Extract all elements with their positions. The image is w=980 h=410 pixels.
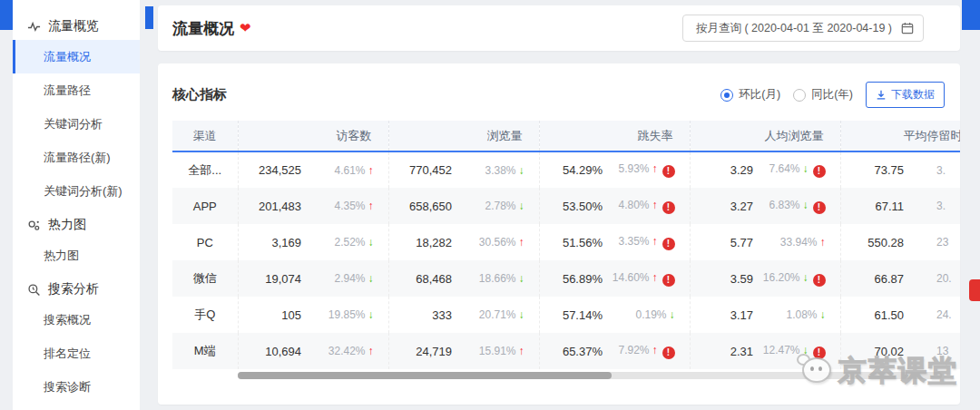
value-cell: 105 [238,297,310,333]
change-percent: 33.94% [780,236,818,249]
metric-column-header: 浏览量 [388,121,539,151]
blue-sliver-block [145,6,153,29]
change-percent: 3.38% [485,164,515,177]
panel-head: 核心指标 环比(月) 同比(年) 下载数据 [158,63,960,108]
sidebar-item[interactable]: 关键词分析(新) [13,174,140,208]
warning-icon: ! [813,347,826,359]
metrics-table: 渠道 访客数浏览量跳失率人均浏览量平均停留时长 全部...234,5254.61… [172,121,960,369]
blue-corner-block-right [962,0,980,30]
date-range-label: 按月查询 ( 2020-04-01 至 2020-04-19 ) [696,21,892,36]
heatmap-icon [27,219,41,232]
sidebar-item[interactable]: 搜索概况 [13,303,140,337]
metric-column-header: 平均停留时长 [840,121,960,151]
table-header-row: 渠道 访客数浏览量跳失率人均浏览量平均停留时长 [172,121,960,151]
arrow-down-icon: ↓ [519,272,524,285]
sidebar-section-label: 搜索分析 [48,281,99,298]
sidebar-item[interactable]: 排名定位 [13,337,140,370]
panel-title: 核心指标 [172,86,227,103]
change-cell: 30.56%↑ [461,224,539,260]
value-cell: 24,719 [388,333,461,369]
change-cell: 32.42%↑ [310,333,388,369]
calendar-icon[interactable] [901,22,914,34]
value-cell: 53.50% [539,188,612,224]
change-percent: 30.56% [479,236,516,249]
radio-label: 同比(年) [811,87,853,102]
sidebar-item[interactable]: 搜索诊断 [13,370,140,404]
sidebar-item[interactable]: 流量路径(新) [13,141,140,174]
arrow-up-icon: ↑ [519,236,524,249]
arrow-down-icon: ↓ [519,200,524,212]
download-data-button[interactable]: 下载数据 [866,82,945,108]
arrow-down-icon: ↓ [670,308,675,321]
sidebar-sections: 流量概览流量概况流量路径关键词分析流量路径(新)关键词分析(新)热力图热力图搜索… [13,13,140,404]
sidebar-section-header[interactable]: 热力图 [13,211,140,239]
traffic-overview-icon [27,20,41,34]
horizontal-scrollbar-track[interactable] [238,372,942,379]
radio-dot-icon [793,89,806,102]
date-range-picker[interactable]: 按月查询 ( 2020-04-01 至 2020-04-19 ) [682,15,924,42]
value-cell: 5.77 [690,224,762,260]
change-percent: 2.52% [334,236,365,249]
sidebar-item[interactable]: 热力图 [13,239,140,272]
sidebar-section-header[interactable]: 流量概览 [13,13,140,40]
value-cell: 19,074 [238,260,310,297]
table-row: 微信19,0742.94%↓68,46818.66%↓56.89%14.60%↑… [172,260,960,297]
change-cell: 20. [913,260,960,297]
feedback-pill-button[interactable] [969,279,980,301]
sidebar-item[interactable]: 流量路径 [13,73,140,107]
table-body: 全部...234,5254.61%↑770,4523.38%↓54.29%5.9… [172,151,960,369]
table-row: 全部...234,5254.61%↑770,4523.38%↓54.29%5.9… [172,151,960,188]
value-cell: 3.17 [690,297,762,333]
change-percent: 4.80% [618,199,649,211]
change-cell: 3. [913,188,960,224]
change-cell: 4.80%↑! [612,188,690,224]
channel-cell: 全部... [172,151,238,188]
value-cell: 65.37% [539,333,612,369]
radio-month-over-month[interactable]: 环比(月) [720,87,780,102]
change-percent: 32.42% [328,345,366,357]
radio-dot-icon [720,89,733,102]
panel-controls: 环比(月) 同比(年) 下载数据 [720,82,945,108]
change-percent: 0.19% [635,308,666,321]
warning-icon: ! [813,165,826,178]
radio-label: 环比(月) [739,87,780,102]
warning-icon: ! [662,165,675,178]
change-percent: 4.61% [334,164,365,177]
page-header: 流量概况 ❤ 按月查询 ( 2020-04-01 至 2020-04-19 ) [158,5,960,51]
change-cell: 18.66%↓ [461,260,539,297]
value-cell: 66.87 [840,260,913,297]
arrow-down-icon: ↓ [368,236,374,249]
horizontal-scrollbar-thumb[interactable] [238,372,612,379]
sidebar-section-header[interactable]: 搜索分析 [13,276,140,303]
change-cell: 13 [913,333,960,369]
value-cell: 201,483 [238,188,310,224]
channel-cell: M端 [172,333,238,369]
metrics-table-wrap: 渠道 访客数浏览量跳失率人均浏览量平均停留时长 全部...234,5254.61… [172,121,960,369]
arrow-down-icon: ↓ [519,308,524,321]
sidebar-item[interactable]: 关键词分析 [13,107,140,141]
favorite-heart-icon[interactable]: ❤ [240,20,251,36]
arrow-down-icon: ↓ [803,199,808,211]
channel-cell: APP [172,188,238,224]
change-cell: 12.47%↓! [762,333,840,369]
table-row: PC3,1692.52%↓18,28230.56%↑51.56%3.35%↑!5… [172,224,960,260]
arrow-down-icon: ↓ [368,272,374,285]
change-percent: 4.35% [334,200,365,212]
change-percent: 20.71% [479,308,516,321]
download-icon [876,90,887,101]
change-percent: 13 [936,345,948,357]
metric-column-header: 访客数 [238,121,388,151]
change-percent: 18.66% [479,272,516,285]
warning-icon: ! [662,274,675,287]
change-cell: 1.08%↓ [762,297,840,333]
table-row: M端10,69432.42%↑24,71915.91%↑65.37%7.92%↑… [172,333,960,369]
change-cell: 16.20%↓! [762,260,840,297]
change-percent: 2.94% [334,272,365,285]
sidebar-item[interactable]: 流量概况 [13,40,140,73]
change-percent: 16.20% [763,271,800,284]
change-cell: 2.52%↓ [310,224,388,260]
value-cell: 3.29 [690,151,762,188]
channel-cell: 微信 [172,260,238,297]
radio-year-over-year[interactable]: 同比(年) [793,87,853,102]
value-cell: 70.02 [840,333,913,369]
